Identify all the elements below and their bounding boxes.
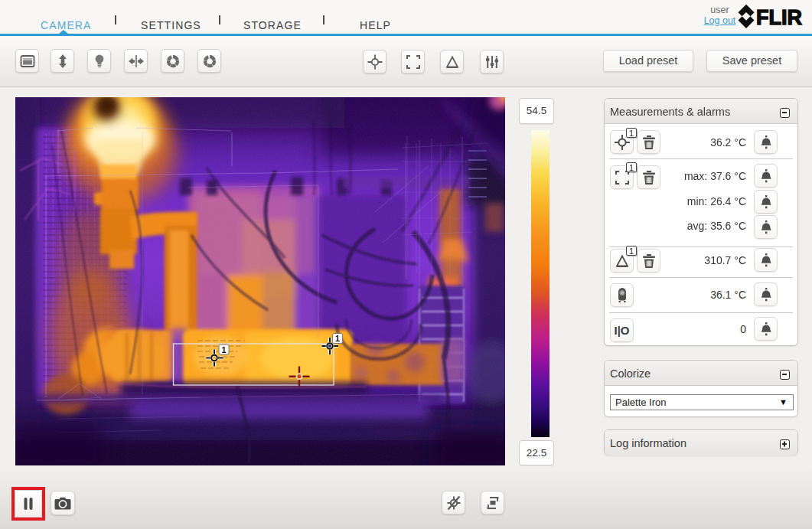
svg-text:1: 1 [335,334,340,343]
svg-text:FLIR: FLIR [756,6,802,29]
svg-text:1: 1 [221,345,226,354]
